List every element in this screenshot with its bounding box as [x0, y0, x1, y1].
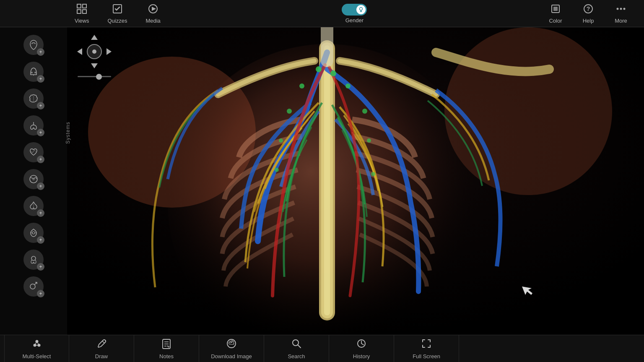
- toolbar-left: Views Quizzes Media: [0, 1, 168, 26]
- history-label: History: [353, 353, 370, 359]
- bottom-toolbar: Multi-Select Draw Notes: [0, 335, 644, 362]
- system-1-icon: +: [23, 35, 44, 55]
- svg-marker-33: [91, 63, 98, 68]
- multi-select-icon: [31, 338, 43, 351]
- svg-line-29: [35, 282, 37, 285]
- sidebar-item-system-6[interactable]: +: [19, 167, 48, 192]
- gender-knob: [356, 5, 366, 14]
- svg-point-16: [623, 8, 626, 10]
- system-10-icon: +: [23, 276, 44, 297]
- quizzes-button[interactable]: Quizzes: [100, 1, 135, 26]
- system-3-icon: +: [23, 89, 44, 109]
- svg-marker-30: [91, 35, 98, 40]
- views-label: Views: [75, 18, 89, 24]
- system-8-plus: +: [37, 236, 44, 244]
- svg-line-61: [230, 341, 233, 343]
- main-view[interactable]: [67, 27, 644, 335]
- svg-point-15: [620, 8, 622, 10]
- system-10-plus: +: [37, 290, 44, 297]
- sidebar-item-system-4[interactable]: +: [19, 113, 48, 138]
- draw-icon: [96, 338, 107, 351]
- media-button[interactable]: Media: [138, 1, 168, 26]
- sidebar-item-system-2[interactable]: +: [19, 59, 48, 84]
- system-3-plus: +: [37, 102, 44, 109]
- search-button[interactable]: Search: [264, 335, 329, 362]
- nav-control: [69, 31, 119, 111]
- help-button[interactable]: ? Help: [574, 1, 603, 26]
- sidebar-item-system-1[interactable]: +: [19, 32, 48, 57]
- nav-down[interactable]: [91, 63, 98, 69]
- svg-point-21: [32, 178, 35, 180]
- system-5-plus: +: [37, 156, 44, 163]
- sidebar-item-system-5[interactable]: +: [19, 140, 48, 165]
- help-icon: ?: [583, 3, 594, 16]
- download-image-button[interactable]: Download Image: [199, 335, 264, 362]
- system-4-plus: +: [37, 129, 44, 136]
- nav-up[interactable]: [91, 34, 98, 40]
- svg-point-27: [33, 262, 34, 263]
- draw-label: Draw: [95, 353, 108, 359]
- svg-rect-11: [553, 7, 558, 11]
- full-screen-button[interactable]: Full Screen: [394, 335, 459, 362]
- svg-rect-0: [77, 4, 81, 8]
- system-8-icon: +: [23, 223, 44, 243]
- multi-select-button[interactable]: Multi-Select: [4, 335, 69, 362]
- svg-rect-1: [83, 4, 86, 8]
- svg-point-23: [32, 232, 35, 234]
- media-icon: [148, 3, 158, 16]
- svg-rect-2: [77, 10, 81, 13]
- search-label: Search: [288, 353, 305, 359]
- draw-button[interactable]: Draw: [69, 335, 134, 362]
- media-label: Media: [145, 18, 160, 24]
- svg-point-7: [360, 7, 363, 10]
- sidebar-item-system-9[interactable]: +: [19, 247, 48, 272]
- color-button[interactable]: Color: [541, 1, 570, 26]
- svg-point-38: [316, 66, 322, 72]
- svg-point-45: [367, 138, 371, 143]
- sidebar-item-system-7[interactable]: +: [19, 193, 48, 219]
- views-button[interactable]: Views: [67, 1, 96, 26]
- system-9-plus: +: [37, 263, 44, 271]
- gender-toggle[interactable]: Gender: [342, 4, 367, 23]
- svg-point-26: [31, 256, 36, 260]
- system-4-icon: +: [23, 115, 44, 135]
- system-1-plus: +: [37, 48, 44, 56]
- svg-point-47: [371, 172, 375, 176]
- notes-label: Notes: [159, 353, 174, 359]
- svg-point-42: [287, 109, 292, 114]
- svg-point-39: [330, 70, 336, 76]
- nav-left[interactable]: [77, 48, 83, 55]
- sidebar-item-system-8[interactable]: +: [19, 220, 48, 245]
- svg-line-54: [102, 341, 104, 343]
- top-toolbar: Views Quizzes Media: [0, 0, 644, 27]
- svg-point-17: [31, 72, 33, 73]
- color-label: Color: [549, 18, 562, 24]
- quizzes-icon: [112, 3, 123, 16]
- zoom-track[interactable]: [78, 76, 111, 77]
- sidebar-item-system-10[interactable]: +: [19, 274, 48, 299]
- svg-point-44: [279, 138, 283, 143]
- svg-marker-6: [152, 7, 156, 11]
- gender-switch: [342, 4, 367, 16]
- svg-point-40: [299, 83, 304, 89]
- svg-text:?: ?: [587, 5, 590, 12]
- views-icon: [76, 3, 87, 16]
- help-label: Help: [583, 18, 594, 24]
- notes-icon: [161, 338, 172, 351]
- system-5-icon: +: [23, 142, 44, 162]
- nav-center[interactable]: [87, 44, 102, 59]
- notes-button[interactable]: Notes: [134, 335, 199, 362]
- zoom-handle[interactable]: [96, 74, 102, 80]
- nav-right[interactable]: [106, 48, 112, 55]
- svg-point-41: [345, 83, 351, 89]
- nav-arrows: [73, 31, 115, 72]
- svg-point-46: [275, 168, 279, 172]
- toolbar-right: Color ? Help More: [541, 1, 644, 26]
- sidebar-item-system-3[interactable]: +: [19, 86, 48, 111]
- gender-label: Gender: [345, 17, 364, 23]
- color-icon: [550, 3, 561, 16]
- system-2-icon: +: [23, 62, 44, 82]
- more-button[interactable]: More: [606, 1, 636, 26]
- svg-point-43: [362, 109, 367, 114]
- history-button[interactable]: History: [329, 335, 394, 362]
